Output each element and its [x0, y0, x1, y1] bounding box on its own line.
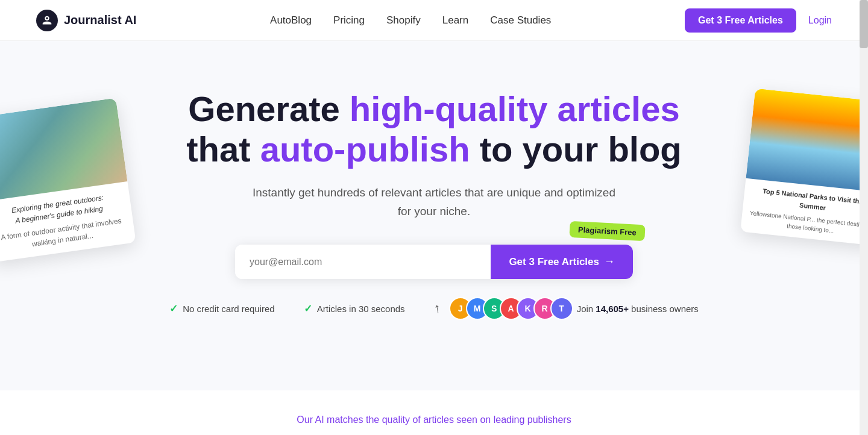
hero-subtitle: Instantly get hundreds of relevant artic…: [247, 184, 621, 221]
hero-section: Exploring the great outdoors:A beginner'…: [0, 41, 868, 390]
join-label: business owners: [629, 304, 699, 314]
join-text: Join 14,605+ business owners: [577, 304, 699, 314]
plagiarism-badge: Plagiarism Free: [570, 221, 646, 241]
hero-cta-label: Get 3 Free Articles: [509, 256, 599, 268]
trust-label-2: Articles in 30 seconds: [317, 304, 405, 314]
brand-name: Journalist AI: [64, 13, 136, 27]
avatar-7: T: [550, 297, 573, 320]
nav-case-studies[interactable]: Case Studies: [490, 14, 551, 26]
trust-no-cc: ✓ No credit card required: [169, 302, 275, 315]
nav-pricing[interactable]: Pricing: [333, 14, 365, 26]
navbar: Journalist AI AutoBlog Pricing Shopify L…: [0, 0, 868, 41]
logo-link[interactable]: Journalist AI: [36, 10, 136, 31]
floating-card-right: Top 5 National Parks to Visit this Summe…: [740, 89, 868, 246]
nav-actions: Get 3 Free Articles Login: [685, 8, 832, 33]
arrow-icon: →: [604, 255, 615, 268]
logo-icon: [36, 10, 58, 31]
nav-learn[interactable]: Learn: [442, 14, 468, 26]
scrollbar[interactable]: [860, 0, 868, 435]
check-icon-2: ✓: [304, 302, 312, 315]
trust-fast: ✓ Articles in 30 seconds: [304, 302, 405, 315]
nav-links: AutoBlog Pricing Shopify Learn Case Stud…: [270, 14, 551, 27]
publishers-subtitle: Our AI matches the quality of articles s…: [12, 415, 856, 425]
title-highlight2: auto-publish: [260, 130, 470, 169]
avatar-group: ↑ J M S A K R T Join 14,605+ business ow…: [434, 297, 699, 320]
title-part3: to your blog: [470, 130, 682, 169]
floating-card-left: Exploring the great outdoors:A beginner'…: [0, 98, 136, 262]
title-part1: Generate: [188, 89, 350, 128]
title-part2: that: [186, 130, 260, 169]
card-right-image: [746, 89, 868, 193]
arrow-decoration: ↑: [432, 300, 441, 317]
nav-autoblog[interactable]: AutoBlog: [270, 14, 312, 26]
join-count: 14,605+: [596, 304, 629, 314]
email-form: Get 3 Free Articles →: [235, 245, 633, 279]
publishers-section: Our AI matches the quality of articles s…: [0, 390, 868, 435]
avatars: J M S A K R T: [449, 297, 573, 320]
scrollbar-thumb[interactable]: [860, 0, 868, 48]
trust-row: ✓ No credit card required ✓ Articles in …: [12, 297, 856, 320]
nav-cta-button[interactable]: Get 3 Free Articles: [685, 8, 796, 33]
hero-cta-button[interactable]: Get 3 Free Articles →: [491, 245, 633, 279]
check-icon-1: ✓: [169, 302, 178, 315]
email-input[interactable]: [235, 245, 491, 279]
title-highlight1: high-quality articles: [350, 89, 680, 128]
trust-label-1: No credit card required: [183, 304, 275, 314]
svg-point-1: [46, 17, 48, 19]
nav-shopify[interactable]: Shopify: [386, 14, 421, 26]
email-form-wrapper: Plagiarism Free Get 3 Free Articles →: [235, 245, 633, 279]
nav-login-button[interactable]: Login: [808, 15, 832, 26]
hero-title: Generate high-quality articles that auto…: [12, 89, 856, 169]
